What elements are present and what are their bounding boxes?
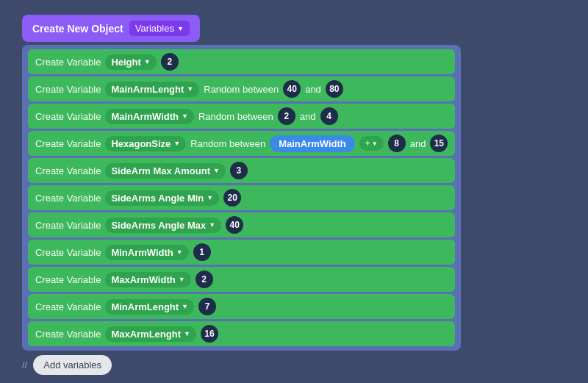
header-block: Create New Object Variables (22, 15, 200, 42)
value-badge-side-arms-angle-min: 20 (223, 189, 241, 207)
random-label: Random between (190, 138, 265, 149)
var-row-side-arms-angle-min: Create Variable SideArms Angle Min 20 (28, 185, 455, 210)
var-row-hexagon-size: Create Variable HexagonSize Random betwe… (28, 131, 455, 156)
var-row-side-arm-max: Create Variable SideArm Max Amount 3 (28, 158, 455, 183)
value-badge-max-arm-lenght: 16 (201, 325, 218, 343)
value-badge-min-arm-lenght: 7 (198, 298, 216, 315)
var-name-btn-main-arm-lenght[interactable]: MainArmLenght (105, 82, 199, 97)
add-variables-button[interactable]: Add variables (33, 355, 112, 375)
ref-badge-hexagon-size: MainArmWidth (270, 135, 355, 152)
var-name-btn-height[interactable]: Height (105, 54, 156, 70)
min-badge-main-arm-lenght: 40 (283, 80, 301, 98)
create-variable-label: Create Variable (35, 329, 101, 340)
create-variable-label: Create Variable (35, 247, 101, 258)
var-name-btn-side-arms-angle-max[interactable]: SideArms Angle Max (105, 218, 221, 233)
max-badge-main-arm-lenght: 80 (326, 80, 343, 98)
create-variable-label: Create Variable (35, 301, 101, 312)
random-label: Random between (204, 84, 279, 95)
create-variable-label: Create Variable (35, 138, 101, 149)
var-row-min-arm-width: Create Variable MinArmWidth 1 (28, 240, 455, 265)
value-badge-side-arms-angle-max: 40 (226, 216, 243, 234)
create-variable-label: Create Variable (35, 57, 101, 68)
vars-container: Create Variable Height 2 Create Variable… (22, 45, 461, 351)
random-label: Random between (198, 111, 273, 122)
header-title: Create New Object (32, 23, 123, 35)
value-badge-max-arm-width: 2 (196, 271, 213, 288)
create-variable-label: Create Variable (35, 220, 101, 231)
and-label: and (305, 84, 321, 95)
plus-btn-hexagon-size[interactable]: + (359, 136, 384, 151)
max-badge-hexagon-size: 15 (430, 135, 448, 152)
min-badge-hexagon-size: 8 (388, 135, 406, 152)
create-variable-label: Create Variable (35, 193, 101, 204)
var-name-btn-min-arm-width[interactable]: MinArmWidth (105, 245, 188, 260)
var-name-btn-min-arm-lenght[interactable]: MinArmLenght (105, 299, 194, 315)
var-name-btn-max-arm-width[interactable]: MaxArmWidth (105, 272, 190, 287)
value-badge-min-arm-width: 1 (193, 243, 211, 261)
create-variable-label: Create Variable (35, 84, 101, 95)
var-name-btn-max-arm-lenght[interactable]: MaxArmLenght (105, 326, 196, 342)
var-name-btn-main-arm-width[interactable]: MainArmWidth (105, 109, 194, 124)
var-row-max-arm-lenght: Create Variable MaxArmLenght 16 (28, 321, 455, 346)
var-row-height: Create Variable Height 2 (28, 49, 455, 74)
value-badge-side-arm-max: 3 (230, 162, 248, 179)
max-badge-main-arm-width: 4 (320, 107, 338, 125)
and-label: and (300, 111, 316, 122)
comment-label: // (22, 359, 27, 371)
workspace: Create New Object Variables Create Varia… (0, 0, 588, 383)
var-row-main-arm-lenght: Create Variable MainArmLenght Random bet… (28, 76, 455, 101)
add-vars-footer: // Add variables (22, 352, 566, 378)
variables-button[interactable]: Variables (129, 21, 190, 36)
var-row-min-arm-lenght: Create Variable MinArmLenght 7 (28, 294, 455, 319)
create-variable-label: Create Variable (35, 111, 101, 122)
var-row-main-arm-width: Create Variable MainArmWidth Random betw… (28, 104, 455, 129)
min-badge-main-arm-width: 2 (278, 107, 295, 125)
var-name-btn-hexagon-size[interactable]: HexagonSize (105, 136, 186, 151)
var-row-side-arms-angle-max: Create Variable SideArms Angle Max 40 (28, 212, 455, 237)
value-badge-height: 2 (161, 53, 179, 71)
var-name-btn-side-arm-max[interactable]: SideArm Max Amount (105, 163, 226, 179)
create-variable-label: Create Variable (35, 274, 101, 285)
and-label: and (410, 138, 426, 149)
create-variable-label: Create Variable (35, 165, 101, 176)
var-name-btn-side-arms-angle-min[interactable]: SideArms Angle Min (105, 190, 219, 206)
var-row-max-arm-width: Create Variable MaxArmWidth 2 (28, 267, 455, 292)
